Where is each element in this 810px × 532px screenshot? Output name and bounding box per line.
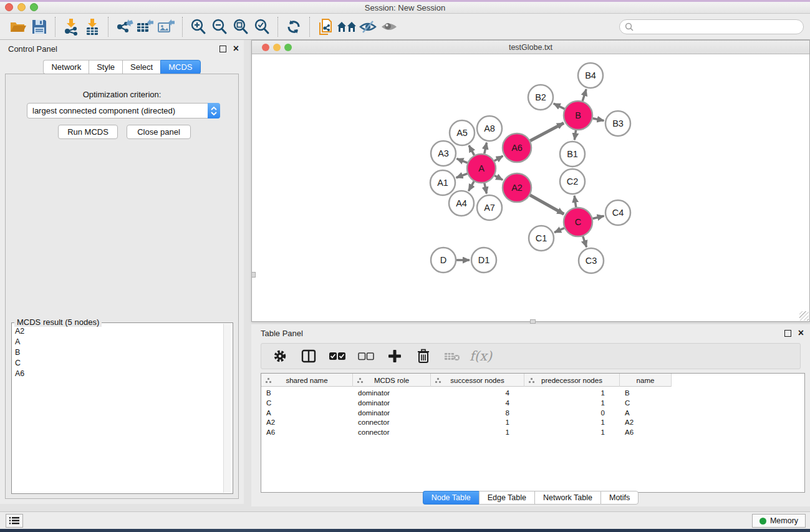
- zoom-fit-button[interactable]: [230, 16, 251, 37]
- cell-shared-name[interactable]: A6: [261, 428, 353, 438]
- edge-B-B1[interactable]: [574, 130, 576, 140]
- window-left-handle[interactable]: [251, 272, 256, 278]
- cell-successor-nodes[interactable]: 1: [431, 418, 524, 428]
- node-B4[interactable]: B4: [578, 63, 603, 88]
- node-A6[interactable]: A6: [503, 133, 531, 162]
- cell-MCDS-role[interactable]: dominator: [353, 399, 431, 409]
- column-header-MCDS-role[interactable]: MCDS role: [353, 374, 431, 387]
- cell-shared-name[interactable]: A2: [261, 418, 353, 428]
- node-B1[interactable]: B1: [560, 142, 585, 167]
- tab-network[interactable]: Network: [43, 60, 89, 74]
- cell-predecessor-nodes[interactable]: 1: [524, 428, 620, 438]
- window-bottom-handle[interactable]: [530, 319, 536, 324]
- show-columns-button[interactable]: [300, 347, 317, 365]
- node-C[interactable]: C: [564, 208, 592, 236]
- cell-shared-name[interactable]: B: [261, 389, 353, 399]
- node-A4[interactable]: A4: [449, 191, 474, 216]
- edge-A-A8[interactable]: [485, 143, 487, 154]
- tab-edge-table[interactable]: Edge Table: [479, 491, 534, 505]
- mcds-result-item[interactable]: A2: [12, 326, 223, 336]
- export-table-button[interactable]: [135, 16, 156, 37]
- refresh-button[interactable]: [283, 16, 304, 37]
- node-A1[interactable]: A1: [430, 170, 455, 195]
- tab-mcds[interactable]: MCDS: [160, 60, 200, 74]
- close-panel-button[interactable]: Close panel: [127, 125, 191, 139]
- network-canvas[interactable]: B4B2BB3A8A5A6A3B1AC2A1A2A4A7C4CC1C3DD1: [252, 54, 809, 321]
- float-panel-icon[interactable]: [219, 46, 226, 52]
- tab-style[interactable]: Style: [89, 60, 122, 74]
- float-table-panel-icon[interactable]: [784, 330, 791, 337]
- hide-details-button[interactable]: [357, 16, 378, 37]
- edge-A2-C[interactable]: [530, 195, 564, 215]
- cell-MCDS-role[interactable]: dominator: [353, 409, 431, 418]
- edge-B-B4[interactable]: [582, 89, 586, 101]
- column-header-successor-nodes[interactable]: successor nodes: [431, 374, 524, 387]
- export-image-button[interactable]: [156, 16, 177, 37]
- node-A7[interactable]: A7: [477, 195, 502, 220]
- edge-A-A3[interactable]: [456, 158, 467, 163]
- cell-predecessor-nodes[interactable]: 1: [524, 418, 620, 428]
- result-list-scrollbar[interactable]: [223, 324, 231, 493]
- column-header-name[interactable]: name: [620, 374, 672, 387]
- save-session-button[interactable]: [29, 16, 50, 37]
- cell-name[interactable]: A2: [620, 418, 672, 428]
- clone-network-button[interactable]: [315, 16, 336, 37]
- column-header-shared-name[interactable]: shared name: [261, 374, 353, 387]
- select-all-rows-button[interactable]: [329, 347, 346, 365]
- criterion-dropdown[interactable]: largest connected component (directed): [27, 103, 220, 118]
- home-button[interactable]: [336, 16, 357, 37]
- cell-predecessor-nodes[interactable]: 1: [524, 399, 620, 409]
- delete-table-button[interactable]: [443, 347, 461, 365]
- node-C3[interactable]: C3: [579, 248, 604, 273]
- edge-C-C4[interactable]: [592, 216, 604, 218]
- node-A8[interactable]: A8: [477, 116, 502, 141]
- edge-A6-B[interactable]: [530, 123, 564, 141]
- node-C4[interactable]: C4: [605, 200, 630, 225]
- table-row[interactable]: A6connector11A6: [261, 428, 672, 438]
- edge-A-A5[interactable]: [469, 145, 475, 155]
- export-network-button[interactable]: [113, 16, 135, 37]
- function-builder-button[interactable]: f(x): [472, 347, 489, 365]
- node-B3[interactable]: B3: [605, 111, 630, 136]
- zoom-out-button[interactable]: [209, 16, 230, 37]
- cell-name[interactable]: A: [620, 409, 672, 418]
- cell-shared-name[interactable]: A: [261, 409, 353, 418]
- close-table-panel-icon[interactable]: ×: [798, 327, 804, 339]
- edge-C-C3[interactable]: [583, 236, 587, 247]
- cell-predecessor-nodes[interactable]: 0: [524, 409, 620, 418]
- zoom-selected-button[interactable]: [251, 16, 272, 37]
- column-header-predecessor-nodes[interactable]: predecessor nodes: [524, 374, 620, 387]
- tab-network-table[interactable]: Network Table: [534, 491, 600, 505]
- cell-MCDS-role[interactable]: connector: [353, 418, 431, 428]
- run-mcds-button[interactable]: Run MCDS: [58, 125, 118, 139]
- edge-A-A6[interactable]: [494, 156, 503, 161]
- edge-B-B3[interactable]: [593, 118, 604, 121]
- edge-B-B2[interactable]: [554, 104, 565, 109]
- node-B2[interactable]: B2: [528, 85, 553, 110]
- edge-A-A1[interactable]: [456, 173, 468, 178]
- table-row[interactable]: Adominator80A: [261, 409, 672, 418]
- open-session-button[interactable]: [7, 16, 29, 37]
- node-A2[interactable]: A2: [503, 173, 531, 202]
- cell-name[interactable]: A6: [620, 428, 672, 438]
- cell-successor-nodes[interactable]: 4: [431, 399, 524, 409]
- cell-name[interactable]: C: [620, 399, 672, 409]
- memory-button[interactable]: Memory: [752, 514, 806, 528]
- network-window-titlebar[interactable]: testGlobe.txt: [252, 41, 809, 54]
- table-row[interactable]: Cdominator41C: [261, 399, 672, 409]
- edge-A-A7[interactable]: [485, 183, 487, 194]
- table-row[interactable]: A2connector11A2: [261, 418, 672, 428]
- show-graphics-button[interactable]: [378, 16, 400, 37]
- import-network-button[interactable]: [60, 16, 82, 37]
- deselect-all-rows-button[interactable]: [357, 347, 375, 365]
- cell-shared-name[interactable]: C: [261, 399, 353, 409]
- mcds-result-item[interactable]: B: [12, 347, 223, 357]
- close-panel-icon[interactable]: ×: [233, 42, 239, 55]
- cell-MCDS-role[interactable]: dominator: [353, 389, 431, 399]
- table-row[interactable]: Bdominator41B: [261, 389, 672, 399]
- node-table[interactable]: shared nameMCDS rolesuccessor nodesprede…: [261, 373, 805, 493]
- mcds-result-list[interactable]: A2ABCA6: [12, 326, 223, 493]
- node-B[interactable]: B: [564, 101, 592, 130]
- node-D[interactable]: D: [431, 248, 456, 273]
- node-A5[interactable]: A5: [450, 120, 475, 145]
